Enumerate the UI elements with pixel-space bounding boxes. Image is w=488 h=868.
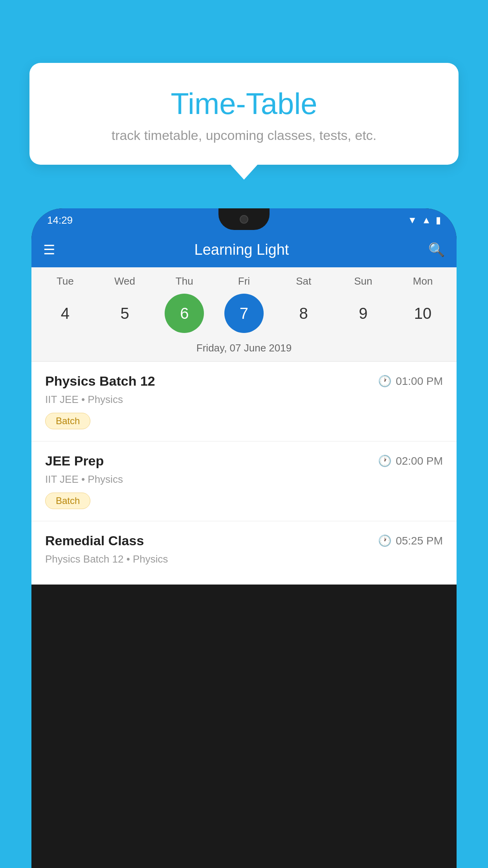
calendar-days-header: Tue Wed Thu Fri Sat Sun Mon: [31, 275, 457, 291]
schedule-item-2-title: JEE Prep: [45, 453, 104, 469]
tooltip-card: Time-Table track timetable, upcoming cla…: [29, 63, 459, 165]
tooltip-title: Time-Table: [49, 86, 439, 121]
day-wed: Wed: [99, 275, 150, 287]
schedule-item-2-header: JEE Prep 🕐 02:00 PM: [45, 453, 443, 469]
date-9[interactable]: 9: [343, 294, 383, 333]
day-thu: Thu: [159, 275, 210, 287]
battery-icon: ▮: [436, 215, 441, 226]
clock-icon-2: 🕐: [378, 454, 392, 467]
phone-screen-inner: 14:29 ▼ ▲ ▮ ☰ Learning Light 🔍 Tue Wed T…: [31, 208, 457, 585]
phone-frame: 14:29 ▼ ▲ ▮ ☰ Learning Light 🔍 Tue Wed T…: [31, 208, 457, 868]
tooltip-subtitle: track timetable, upcoming classes, tests…: [49, 128, 439, 143]
notch: [218, 208, 270, 230]
schedule-item-2-sub: IIT JEE • Physics: [45, 473, 443, 485]
date-10[interactable]: 10: [403, 294, 442, 333]
schedule-item-2-batch-tag: Batch: [45, 493, 90, 509]
status-time: 14:29: [47, 214, 73, 226]
clock-icon-1: 🕐: [378, 375, 392, 388]
schedule-item-1-time: 🕐 01:00 PM: [378, 375, 443, 388]
schedule-item-3-time: 🕐 05:25 PM: [378, 534, 443, 547]
schedule-item-1[interactable]: Physics Batch 12 🕐 01:00 PM IIT JEE • Ph…: [31, 362, 457, 441]
schedule-item-3-header: Remedial Class 🕐 05:25 PM: [45, 533, 443, 548]
date-4[interactable]: 4: [46, 294, 85, 333]
signal-icon: ▲: [422, 215, 431, 226]
selected-date-label: Friday, 07 June 2019: [31, 339, 457, 362]
date-5[interactable]: 5: [105, 294, 145, 333]
schedule-item-2[interactable]: JEE Prep 🕐 02:00 PM IIT JEE • Physics Ba…: [31, 441, 457, 521]
day-sat: Sat: [278, 275, 329, 287]
day-fri: Fri: [218, 275, 270, 287]
day-sun: Sun: [338, 275, 389, 287]
camera: [240, 215, 248, 224]
app-bar-title: Learning Light: [194, 241, 289, 258]
schedule-item-1-header: Physics Batch 12 🕐 01:00 PM: [45, 373, 443, 389]
app-bar: ☰ Learning Light 🔍: [31, 232, 457, 267]
schedule-item-1-sub: IIT JEE • Physics: [45, 394, 443, 406]
schedule-item-1-title: Physics Batch 12: [45, 373, 155, 389]
schedule-item-3-title: Remedial Class: [45, 533, 144, 548]
schedule-item-3[interactable]: Remedial Class 🕐 05:25 PM Physics Batch …: [31, 521, 457, 585]
date-6-today[interactable]: 6: [165, 294, 204, 333]
calendar-dates: 4 5 6 7 8 9 10: [31, 291, 457, 339]
schedule-container: Physics Batch 12 🕐 01:00 PM IIT JEE • Ph…: [31, 362, 457, 585]
search-icon[interactable]: 🔍: [428, 242, 445, 257]
schedule-item-3-sub: Physics Batch 12 • Physics: [45, 553, 443, 565]
wifi-icon: ▼: [407, 215, 417, 226]
schedule-item-2-time: 🕐 02:00 PM: [378, 454, 443, 467]
date-7-selected[interactable]: 7: [224, 294, 264, 333]
schedule-item-1-batch-tag: Batch: [45, 413, 90, 429]
date-8[interactable]: 8: [284, 294, 323, 333]
status-icons: ▼ ▲ ▮: [407, 215, 441, 226]
clock-icon-3: 🕐: [378, 534, 392, 547]
day-mon: Mon: [397, 275, 448, 287]
day-tue: Tue: [40, 275, 91, 287]
hamburger-icon[interactable]: ☰: [43, 242, 55, 257]
status-bar: 14:29 ▼ ▲ ▮: [31, 208, 457, 232]
calendar-strip: Tue Wed Thu Fri Sat Sun Mon 4 5 6 7 8 9 …: [31, 267, 457, 362]
